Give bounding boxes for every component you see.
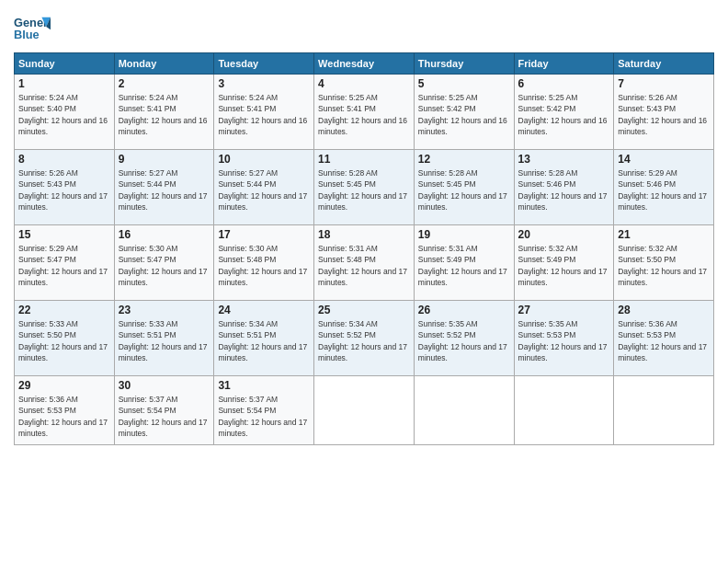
day-number: 20	[518, 228, 610, 241]
day-number: 26	[418, 304, 510, 316]
day-number: 2	[119, 77, 210, 90]
weekday-header-sunday: Sunday	[15, 53, 115, 75]
day-info: Sunrise: 5:30 AMSunset: 5:48 PMDaylight:…	[218, 244, 307, 287]
calendar-cell: 17 Sunrise: 5:30 AMSunset: 5:48 PMDaylig…	[214, 225, 314, 301]
calendar-cell: 4 Sunrise: 5:25 AMSunset: 5:41 PMDayligh…	[314, 75, 415, 150]
day-number: 28	[618, 304, 710, 316]
weekday-header-row: SundayMondayTuesdayWednesdayThursdayFrid…	[15, 53, 714, 75]
calendar-cell: 8 Sunrise: 5:26 AMSunset: 5:43 PMDayligh…	[15, 150, 115, 225]
calendar-cell: 24 Sunrise: 5:34 AMSunset: 5:51 PMDaylig…	[214, 301, 314, 376]
day-info: Sunrise: 5:35 AMSunset: 5:53 PMDaylight:…	[518, 319, 608, 362]
calendar-table: SundayMondayTuesdayWednesdayThursdayFrid…	[14, 52, 714, 445]
day-info: Sunrise: 5:28 AMSunset: 5:46 PMDaylight:…	[518, 168, 608, 212]
calendar-cell: 5 Sunrise: 5:25 AMSunset: 5:42 PMDayligh…	[414, 75, 514, 150]
weekday-header-tuesday: Tuesday	[214, 53, 314, 75]
day-number: 14	[618, 153, 710, 166]
calendar-cell: 6 Sunrise: 5:25 AMSunset: 5:42 PMDayligh…	[514, 75, 614, 150]
day-info: Sunrise: 5:28 AMSunset: 5:45 PMDaylight:…	[418, 168, 507, 212]
calendar-cell: 18 Sunrise: 5:31 AMSunset: 5:48 PMDaylig…	[314, 225, 415, 301]
calendar-cell: 31 Sunrise: 5:37 AMSunset: 5:54 PMDaylig…	[214, 376, 314, 445]
day-info: Sunrise: 5:27 AMSunset: 5:44 PMDaylight:…	[119, 168, 208, 212]
day-info: Sunrise: 5:36 AMSunset: 5:53 PMDaylight:…	[618, 319, 707, 362]
day-info: Sunrise: 5:25 AMSunset: 5:42 PMDaylight:…	[518, 93, 608, 136]
day-info: Sunrise: 5:25 AMSunset: 5:41 PMDaylight:…	[318, 93, 407, 136]
day-info: Sunrise: 5:29 AMSunset: 5:47 PMDaylight:…	[18, 244, 108, 287]
calendar-cell: 16 Sunrise: 5:30 AMSunset: 5:47 PMDaylig…	[114, 225, 214, 301]
day-number: 3	[218, 77, 310, 90]
day-info: Sunrise: 5:31 AMSunset: 5:48 PMDaylight:…	[318, 244, 407, 287]
day-number: 30	[119, 379, 210, 392]
calendar-cell: 19 Sunrise: 5:31 AMSunset: 5:49 PMDaylig…	[414, 225, 514, 301]
day-info: Sunrise: 5:27 AMSunset: 5:44 PMDaylight:…	[218, 168, 307, 212]
calendar-cell: 10 Sunrise: 5:27 AMSunset: 5:44 PMDaylig…	[214, 150, 314, 225]
day-number: 10	[218, 153, 310, 166]
day-info: Sunrise: 5:28 AMSunset: 5:45 PMDaylight:…	[318, 168, 407, 212]
day-number: 16	[119, 228, 210, 241]
calendar-cell: 11 Sunrise: 5:28 AMSunset: 5:45 PMDaylig…	[314, 150, 415, 225]
day-number: 11	[318, 153, 410, 166]
day-number: 9	[119, 153, 210, 166]
weekday-header-monday: Monday	[114, 53, 214, 75]
logo-icon: General Blue	[14, 13, 51, 45]
day-info: Sunrise: 5:37 AMSunset: 5:54 PMDaylight:…	[119, 395, 208, 438]
week-row-5: 29 Sunrise: 5:36 AMSunset: 5:53 PMDaylig…	[15, 376, 714, 445]
calendar-cell: 13 Sunrise: 5:28 AMSunset: 5:46 PMDaylig…	[514, 150, 614, 225]
day-info: Sunrise: 5:25 AMSunset: 5:42 PMDaylight:…	[418, 93, 507, 136]
calendar-cell	[514, 376, 614, 445]
day-info: Sunrise: 5:32 AMSunset: 5:50 PMDaylight:…	[618, 244, 707, 287]
weekday-header-wednesday: Wednesday	[314, 53, 415, 75]
logo: General Blue	[14, 13, 54, 45]
day-number: 1	[18, 77, 110, 90]
day-number: 27	[518, 304, 610, 316]
day-info: Sunrise: 5:35 AMSunset: 5:52 PMDaylight:…	[418, 319, 507, 362]
day-info: Sunrise: 5:34 AMSunset: 5:52 PMDaylight:…	[318, 319, 407, 362]
day-info: Sunrise: 5:31 AMSunset: 5:49 PMDaylight:…	[418, 244, 507, 287]
weekday-header-friday: Friday	[514, 53, 614, 75]
day-info: Sunrise: 5:24 AMSunset: 5:41 PMDaylight:…	[119, 93, 208, 136]
week-row-4: 22 Sunrise: 5:33 AMSunset: 5:50 PMDaylig…	[15, 301, 714, 376]
calendar-cell: 20 Sunrise: 5:32 AMSunset: 5:49 PMDaylig…	[514, 225, 614, 301]
day-info: Sunrise: 5:29 AMSunset: 5:46 PMDaylight:…	[618, 168, 707, 212]
day-number: 13	[518, 153, 610, 166]
calendar-cell: 3 Sunrise: 5:24 AMSunset: 5:41 PMDayligh…	[214, 75, 314, 150]
day-info: Sunrise: 5:34 AMSunset: 5:51 PMDaylight:…	[218, 319, 307, 362]
day-number: 8	[18, 153, 110, 166]
calendar-cell: 2 Sunrise: 5:24 AMSunset: 5:41 PMDayligh…	[114, 75, 214, 150]
day-info: Sunrise: 5:36 AMSunset: 5:53 PMDaylight:…	[18, 395, 108, 438]
calendar-cell	[414, 376, 514, 445]
weekday-header-saturday: Saturday	[614, 53, 714, 75]
calendar-cell: 27 Sunrise: 5:35 AMSunset: 5:53 PMDaylig…	[514, 301, 614, 376]
calendar-cell: 23 Sunrise: 5:33 AMSunset: 5:51 PMDaylig…	[114, 301, 214, 376]
day-info: Sunrise: 5:33 AMSunset: 5:51 PMDaylight:…	[119, 319, 208, 362]
svg-text:Blue: Blue	[14, 28, 40, 41]
header: General Blue	[14, 9, 714, 45]
calendar-cell: 14 Sunrise: 5:29 AMSunset: 5:46 PMDaylig…	[614, 150, 714, 225]
day-info: Sunrise: 5:26 AMSunset: 5:43 PMDaylight:…	[18, 168, 108, 212]
day-number: 7	[618, 77, 710, 90]
day-number: 24	[218, 304, 310, 316]
day-number: 23	[119, 304, 210, 316]
calendar-cell: 12 Sunrise: 5:28 AMSunset: 5:45 PMDaylig…	[414, 150, 514, 225]
day-number: 21	[618, 228, 710, 241]
calendar-cell: 1 Sunrise: 5:24 AMSunset: 5:40 PMDayligh…	[15, 75, 115, 150]
calendar-cell: 9 Sunrise: 5:27 AMSunset: 5:44 PMDayligh…	[114, 150, 214, 225]
calendar-cell: 29 Sunrise: 5:36 AMSunset: 5:53 PMDaylig…	[15, 376, 115, 445]
day-number: 6	[518, 77, 610, 90]
week-row-3: 15 Sunrise: 5:29 AMSunset: 5:47 PMDaylig…	[15, 225, 714, 301]
day-number: 18	[318, 228, 410, 241]
day-info: Sunrise: 5:30 AMSunset: 5:47 PMDaylight:…	[119, 244, 208, 287]
day-info: Sunrise: 5:37 AMSunset: 5:54 PMDaylight:…	[218, 395, 307, 438]
calendar-cell: 7 Sunrise: 5:26 AMSunset: 5:43 PMDayligh…	[614, 75, 714, 150]
day-info: Sunrise: 5:32 AMSunset: 5:49 PMDaylight:…	[518, 244, 608, 287]
calendar-cell	[314, 376, 415, 445]
calendar-cell: 26 Sunrise: 5:35 AMSunset: 5:52 PMDaylig…	[414, 301, 514, 376]
day-number: 22	[18, 304, 110, 316]
day-number: 25	[318, 304, 410, 316]
calendar-cell: 15 Sunrise: 5:29 AMSunset: 5:47 PMDaylig…	[15, 225, 115, 301]
day-number: 29	[18, 379, 110, 392]
day-number: 5	[418, 77, 510, 90]
day-info: Sunrise: 5:26 AMSunset: 5:43 PMDaylight:…	[618, 93, 707, 136]
day-number: 15	[18, 228, 110, 241]
calendar-cell: 21 Sunrise: 5:32 AMSunset: 5:50 PMDaylig…	[614, 225, 714, 301]
calendar-cell: 30 Sunrise: 5:37 AMSunset: 5:54 PMDaylig…	[114, 376, 214, 445]
